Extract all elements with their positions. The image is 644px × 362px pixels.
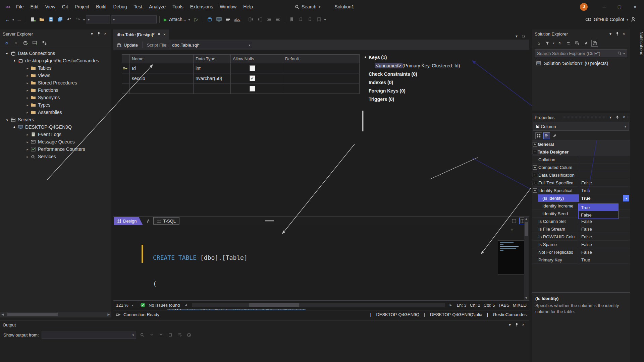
twisty-collapsed-icon[interactable]: ▸ — [25, 111, 30, 114]
toolbar-overflow-icon[interactable]: ▾ — [324, 18, 326, 21]
close-icon[interactable]: × — [621, 114, 627, 121]
bookmark-clear-icon[interactable] — [315, 15, 323, 24]
property-pages-icon[interactable] — [551, 132, 558, 139]
preview-selected-icon[interactable] — [591, 40, 598, 47]
property-row-is-identity[interactable]: (Is Identity) True▾ — [532, 194, 630, 202]
expander-icon[interactable]: + — [533, 173, 537, 177]
indent-decrease-icon[interactable] — [265, 15, 273, 24]
vertical-scrollbar[interactable]: ▲ ▼ — [524, 217, 529, 300]
close-icon[interactable]: × — [520, 321, 527, 328]
server-name[interactable]: DESKTOP-Q4GEN9Q — [376, 312, 419, 317]
filter-icon[interactable] — [544, 40, 551, 47]
tree-item-stored-procedures[interactable]: ▸ Stored Procedures — [0, 79, 111, 86]
connect-server-icon[interactable] — [32, 40, 38, 47]
foreign-keys-group[interactable]: Foreign Keys (0) — [363, 86, 460, 95]
refresh-icon[interactable]: ↻ — [3, 40, 10, 47]
restore-button[interactable]: ▢ — [612, 0, 627, 13]
grid-row-seccio[interactable]: seccio nvarchar(50) ✓ — [122, 73, 359, 83]
user-name[interactable]: DESKTOP-Q4GEN9Q\julia — [430, 312, 482, 317]
history-icon[interactable] — [186, 331, 193, 338]
chevron-down-icon[interactable]: ▾ — [506, 321, 513, 328]
chevron-down-icon[interactable]: ▾ — [553, 41, 554, 45]
issues-status[interactable]: No issues found — [149, 303, 180, 308]
cell-data-type[interactable]: nvarchar(50) — [194, 73, 231, 83]
pin-icon[interactable] — [157, 33, 161, 37]
menu-debug[interactable]: Debug — [110, 0, 130, 13]
keys-group[interactable]: ▸ Keys (1) — [363, 53, 460, 61]
property-value[interactable]: True — [579, 187, 630, 194]
update-button[interactable]: Update — [117, 43, 138, 48]
close-icon[interactable]: × — [102, 31, 109, 37]
github-copilot-button[interactable]: GitHub Copilot ▾ — [585, 17, 641, 22]
clear-all-icon[interactable] — [167, 331, 174, 338]
pin-icon[interactable] — [95, 31, 102, 37]
stop-refresh-icon[interactable]: × — [13, 40, 19, 47]
minimize-button[interactable]: ─ — [596, 0, 612, 13]
go-to-message-icon[interactable] — [148, 331, 155, 338]
save-icon[interactable] — [47, 15, 55, 24]
menu-build[interactable]: Build — [93, 0, 110, 13]
property-row-is-rowguid[interactable]: Is ROWGUID Colu False — [532, 233, 630, 241]
grid-row-id[interactable]: Id int — [122, 63, 359, 73]
splitter-crosshair-icon[interactable]: + — [511, 227, 514, 232]
property-value[interactable] — [579, 164, 630, 171]
tree-item-tables[interactable]: ▸ Tables — [0, 64, 111, 72]
scroll-right-icon[interactable]: ▶ — [106, 313, 111, 316]
menu-file[interactable]: File — [13, 0, 27, 13]
check-constraints-group[interactable]: Check Constraints (0) — [363, 70, 460, 78]
list-edit-icon[interactable] — [224, 15, 232, 24]
property-value[interactable] — [579, 156, 630, 163]
pin-icon[interactable] — [614, 114, 621, 121]
alphabetical-view-icon[interactable] — [543, 132, 550, 139]
scroll-up-icon[interactable]: ▲ — [524, 217, 529, 221]
solution-search-box[interactable]: Search Solution Explorer (Ctrl+") ▾ — [535, 49, 627, 57]
property-value[interactable] — [579, 171, 630, 179]
twisty-collapsed-icon[interactable]: ▸ — [25, 147, 30, 151]
expander-icon[interactable]: − — [533, 188, 537, 193]
allow-nulls-checkbox-checked[interactable]: ✓ — [250, 75, 255, 81]
zoom-level[interactable]: 121 % — [116, 303, 128, 308]
platform-dropdown[interactable]: ▾ — [111, 15, 157, 23]
output-header[interactable]: Output ▾ × — [0, 320, 529, 329]
twisty-collapsed-icon[interactable]: ▸ — [25, 140, 30, 144]
tab-design[interactable]: Design — [114, 217, 143, 225]
bookmark-next-icon[interactable] — [306, 15, 314, 24]
property-value[interactable]: False — [579, 225, 630, 233]
chevron-down-icon[interactable]: ▾ — [319, 5, 320, 9]
document-tab[interactable]: dbo.Table [Design]* × — [113, 29, 169, 40]
cell-name[interactable]: Id — [130, 63, 194, 73]
find-message-icon[interactable] — [139, 331, 146, 338]
twisty-collapsed-icon[interactable]: ▸ — [25, 96, 30, 100]
word-wrap-icon[interactable] — [176, 331, 183, 338]
open-folder-icon[interactable] — [38, 15, 46, 24]
save-all-icon[interactable] — [56, 15, 64, 24]
bookmark-prev-icon[interactable] — [297, 15, 305, 24]
sync-icon[interactable]: ↻ — [556, 40, 563, 47]
close-icon[interactable]: × — [163, 32, 166, 37]
scrollbar-thumb[interactable] — [249, 303, 299, 307]
row-selector[interactable] — [122, 63, 130, 73]
database-name[interactable]: GestioComandes — [493, 312, 527, 317]
property-row-collation[interactable]: Collation — [532, 156, 630, 164]
cell-data-type[interactable] — [194, 83, 231, 94]
swap-panes-icon[interactable] — [145, 218, 151, 224]
spell-check-icon[interactable]: abc — [233, 15, 241, 24]
sharepoint-connect-icon[interactable] — [41, 40, 48, 47]
chevron-down-icon[interactable]: ▾ — [513, 33, 520, 40]
chevron-down-icon[interactable]: ▾ — [623, 52, 625, 55]
row-selector[interactable] — [122, 73, 130, 83]
property-value[interactable]: False — [579, 241, 630, 248]
dropdown-button[interactable]: ▾ — [623, 195, 629, 201]
twisty-expanded-icon[interactable]: ▸ — [4, 50, 10, 56]
cell-data-type[interactable]: int — [194, 63, 231, 73]
database-sync-icon[interactable] — [206, 15, 214, 24]
property-row-computed-column[interactable]: + Computed Colum — [532, 164, 630, 171]
notifications-label[interactable]: Notifications — [630, 32, 644, 55]
tree-item-functions[interactable]: ▸ Functions — [0, 86, 111, 94]
property-category-table-designer[interactable]: − Table Designer — [532, 148, 630, 156]
tree-item-assemblies[interactable]: ▸ Assemblies — [0, 109, 111, 116]
scroll-down-icon[interactable]: ▼ — [524, 296, 529, 300]
sql-code-editor[interactable]: CREATE TABLE [dbo].[Table] ( [Id] INT NO… — [113, 225, 529, 300]
twisty-expanded-icon[interactable]: ▸ — [11, 124, 18, 130]
home-icon[interactable]: ⌂ — [535, 40, 542, 47]
